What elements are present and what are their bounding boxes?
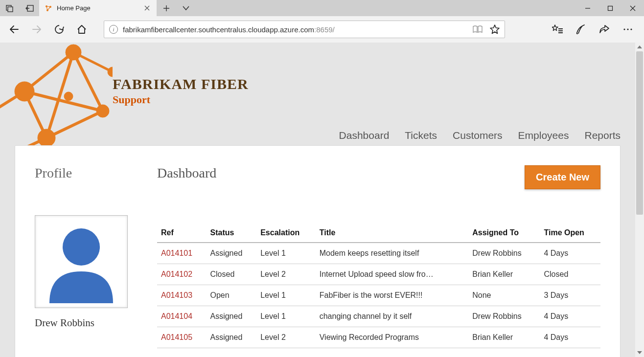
ticket-status: Assigned — [206, 243, 256, 264]
scroll-down-icon[interactable] — [635, 348, 644, 357]
svg-point-9 — [630, 28, 632, 30]
more-icon[interactable] — [619, 20, 637, 39]
scroll-up-icon[interactable] — [635, 43, 644, 51]
ticket-assigned: Brian Keller — [468, 327, 540, 348]
col-assigned: Assigned To — [468, 223, 540, 243]
favorite-star-icon[interactable] — [490, 24, 500, 34]
col-time: Time Open — [540, 223, 600, 243]
back-button[interactable] — [4, 19, 24, 40]
ticket-ref-link[interactable]: A014101 — [161, 249, 192, 257]
browser-tab[interactable]: Home Page — [39, 0, 157, 16]
window-minimize-button[interactable] — [576, 0, 599, 16]
ticket-escalation: Level 2 — [256, 327, 316, 348]
svg-point-7 — [623, 28, 625, 30]
ticket-ref-link[interactable]: A014103 — [161, 291, 192, 299]
svg-point-8 — [627, 28, 628, 30]
table-row: A014105AssignedLevel 2Viewing Recorded P… — [157, 327, 600, 348]
favicon-icon — [44, 4, 53, 13]
tickets-table: Ref Status Escalation Title Assigned To … — [157, 223, 600, 348]
reading-view-icon[interactable] — [472, 25, 483, 34]
ticket-status: Assigned — [206, 327, 256, 348]
ticket-time: Closed — [540, 264, 600, 285]
ticket-time: 4 Days — [540, 243, 600, 264]
ticket-ref-link[interactable]: A014105 — [161, 333, 192, 341]
table-header-row: Ref Status Escalation Title Assigned To … — [157, 223, 600, 243]
address-bar[interactable]: i fabrikamfibercallcenter.southcentralus… — [104, 21, 505, 38]
table-row: A014104AssignedLevel 1changing channel b… — [157, 306, 600, 327]
fabrikam-logo — [0, 43, 113, 145]
tab-aside-icon[interactable] — [0, 0, 20, 16]
svg-point-22 — [64, 92, 73, 101]
forward-button[interactable] — [26, 19, 47, 40]
tab-title: Home Page — [57, 4, 139, 12]
ticket-assigned: Brian Keller — [468, 264, 540, 285]
nav-dashboard[interactable]: Dashboard — [339, 130, 390, 141]
svg-line-13 — [24, 91, 103, 111]
avatar — [35, 215, 128, 308]
profile-name: Drew Robbins — [35, 317, 138, 329]
table-row: A014102ClosedLevel 2Internet Upload spee… — [157, 264, 600, 285]
ticket-status: Open — [206, 285, 256, 306]
dashboard-heading: Dashboard — [157, 165, 216, 181]
svg-point-19 — [15, 82, 34, 101]
brand-title: FABRIKAM FIBER — [113, 76, 249, 92]
ticket-ref-link[interactable]: A014104 — [161, 312, 192, 320]
page-header: FABRIKAM FIBER Support Dashboard Tickets… — [0, 43, 635, 145]
vertical-scrollbar[interactable] — [635, 43, 644, 357]
create-new-button[interactable]: Create New — [525, 165, 600, 189]
col-escalation: Escalation — [256, 223, 316, 243]
svg-rect-1 — [8, 7, 13, 12]
col-title: Title — [316, 223, 469, 243]
page-viewport: FABRIKAM FIBER Support Dashboard Tickets… — [0, 43, 635, 357]
site-info-icon[interactable]: i — [109, 25, 118, 34]
browser-titlebar: Home Page — [0, 0, 644, 16]
ticket-ref-link[interactable]: A014102 — [161, 270, 192, 278]
col-ref: Ref — [157, 223, 206, 243]
ticket-title: changing channel by it self — [316, 306, 469, 327]
dashboard-main: Dashboard Create New Ref Status Escalati… — [157, 165, 600, 348]
ticket-title: Internet Upload speed slow fro… — [316, 264, 469, 285]
brand-subtitle: Support — [113, 93, 249, 106]
nav-customers[interactable]: Customers — [453, 130, 503, 141]
top-nav: Dashboard Tickets Customers Employees Re… — [339, 130, 621, 141]
profile-heading: Profile — [35, 165, 138, 181]
window-close-button[interactable] — [621, 0, 644, 16]
set-tabs-aside-icon[interactable] — [20, 0, 39, 16]
ticket-assigned: None — [468, 285, 540, 306]
ticket-escalation: Level 1 — [256, 306, 316, 327]
share-icon[interactable] — [595, 20, 614, 39]
ticket-time: 3 Days — [540, 285, 600, 306]
svg-point-21 — [38, 129, 55, 145]
url-text: fabrikamfibercallcenter.southcentralus.c… — [123, 25, 335, 34]
ticket-status: Closed — [206, 264, 256, 285]
nav-employees[interactable]: Employees — [518, 130, 569, 141]
nav-tickets[interactable]: Tickets — [405, 130, 437, 141]
svg-rect-6 — [608, 6, 613, 10]
ticket-escalation: Level 1 — [256, 243, 316, 264]
scroll-thumb[interactable] — [636, 51, 643, 215]
tab-actions-icon[interactable] — [176, 0, 196, 16]
refresh-button[interactable] — [49, 19, 69, 40]
ticket-escalation: Level 1 — [256, 285, 316, 306]
tab-close-icon[interactable] — [143, 4, 151, 12]
new-tab-button[interactable] — [157, 0, 176, 16]
ticket-time: 4 Days — [540, 327, 600, 348]
ticket-status: Assigned — [206, 306, 256, 327]
home-button[interactable] — [71, 19, 92, 40]
ticket-escalation: Level 2 — [256, 264, 316, 285]
col-status: Status — [206, 223, 256, 243]
window-maximize-button[interactable] — [599, 0, 621, 16]
favorites-list-icon[interactable] — [548, 20, 567, 39]
table-row: A014101AssignedLevel 1Modem keeps resett… — [157, 243, 600, 264]
ticket-title: Viewing Recorded Programs — [316, 327, 469, 348]
ticket-title: FabFiber is the worst EVER!!! — [316, 285, 469, 306]
ticket-assigned: Drew Robbins — [468, 306, 540, 327]
svg-point-20 — [96, 105, 109, 117]
ticket-title: Modem keeps resetting itself — [316, 243, 469, 264]
ticket-assigned: Drew Robbins — [468, 243, 540, 264]
svg-line-11 — [73, 52, 103, 111]
content-card: Profile Drew Robbins — [15, 145, 621, 357]
nav-reports[interactable]: Reports — [584, 130, 621, 141]
profile-sidebar: Profile Drew Robbins — [35, 165, 138, 348]
notes-icon[interactable] — [572, 20, 590, 39]
